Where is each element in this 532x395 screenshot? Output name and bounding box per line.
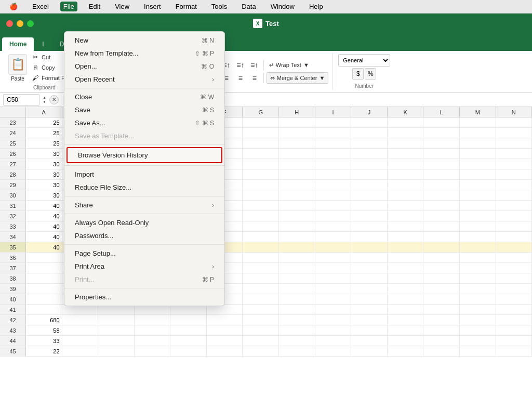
cell[interactable]: [388, 201, 424, 210]
cell[interactable]: [243, 263, 279, 273]
minimize-button[interactable]: [17, 20, 23, 27]
cell-col-a[interactable]: [26, 263, 62, 273]
cell[interactable]: [388, 284, 424, 294]
cell-col-a[interactable]: 30: [26, 169, 62, 179]
menu-item-close[interactable]: Close⌘ W: [64, 90, 224, 103]
cell[interactable]: [496, 221, 532, 231]
cell[interactable]: [315, 232, 352, 242]
menu-item-passwords---[interactable]: Passwords...: [64, 229, 224, 242]
cell-col-a[interactable]: 22: [26, 346, 62, 356]
menu-item-open---[interactable]: Open...⌘ O: [64, 60, 224, 73]
cell[interactable]: [243, 284, 279, 294]
cell[interactable]: [423, 117, 460, 127]
cell-arrow-down[interactable]: ▼: [43, 100, 46, 103]
cell[interactable]: [351, 169, 388, 179]
cell[interactable]: [315, 221, 352, 231]
cell[interactable]: [279, 305, 315, 314]
menu-item-save[interactable]: Save⌘ S: [64, 103, 224, 116]
align-top-center-button[interactable]: ≡↑: [234, 59, 247, 71]
cell[interactable]: [496, 211, 532, 221]
cell[interactable]: [62, 315, 99, 325]
data-menu-item[interactable]: Data: [238, 2, 259, 11]
cell[interactable]: [388, 128, 424, 138]
cell[interactable]: [243, 346, 279, 356]
cell[interactable]: [460, 149, 496, 159]
cell-col-a[interactable]: [26, 284, 62, 294]
cell[interactable]: [98, 325, 135, 335]
cell[interactable]: [460, 315, 496, 325]
cell[interactable]: [423, 211, 460, 221]
cell[interactable]: [279, 242, 315, 252]
cell[interactable]: [423, 149, 460, 159]
cell[interactable]: [496, 180, 532, 190]
cell[interactable]: [351, 336, 388, 346]
cell[interactable]: [351, 211, 388, 221]
cell-col-a[interactable]: 40: [26, 242, 62, 252]
cell[interactable]: [460, 232, 496, 242]
cell[interactable]: [423, 284, 460, 294]
cell[interactable]: [460, 242, 496, 252]
menu-item-share[interactable]: Share›: [64, 199, 224, 212]
cell[interactable]: [496, 128, 532, 138]
cell[interactable]: [315, 294, 352, 304]
cancel-formula-button[interactable]: ✕: [49, 95, 59, 104]
cell[interactable]: [135, 336, 171, 346]
cell[interactable]: [351, 273, 388, 283]
cell[interactable]: [135, 346, 171, 356]
cell[interactable]: [496, 253, 532, 262]
cell[interactable]: [423, 221, 460, 231]
cell[interactable]: [423, 253, 460, 262]
cell[interactable]: [423, 138, 460, 148]
window-menu-item[interactable]: Window: [268, 2, 298, 11]
cell[interactable]: [423, 201, 460, 210]
cell[interactable]: [315, 273, 352, 283]
cell[interactable]: [243, 190, 279, 200]
cell[interactable]: [388, 294, 424, 304]
cell[interactable]: [98, 346, 135, 356]
cell[interactable]: [315, 190, 352, 200]
cell[interactable]: [98, 315, 135, 325]
paste-button[interactable]: 📋 Paste: [8, 54, 27, 82]
cell[interactable]: [351, 190, 388, 200]
align-top-right-button[interactable]: ≡↑: [248, 59, 261, 71]
help-menu-item[interactable]: Help: [306, 2, 326, 11]
menu-item-page-setup---[interactable]: Page Setup...: [64, 247, 224, 260]
cell[interactable]: [351, 315, 388, 325]
cell[interactable]: [279, 117, 315, 127]
cell[interactable]: [315, 325, 352, 335]
cell[interactable]: [460, 169, 496, 179]
cell[interactable]: [351, 294, 388, 304]
cell[interactable]: [496, 263, 532, 273]
cell-col-a[interactable]: [26, 253, 62, 262]
cell[interactable]: [279, 180, 315, 190]
cell[interactable]: [315, 253, 352, 262]
menu-item-import[interactable]: Import: [64, 168, 224, 181]
cell[interactable]: [388, 221, 424, 231]
cell[interactable]: [279, 159, 315, 169]
merge-center-button[interactable]: ⇔ Merge & Center ▼: [267, 72, 329, 84]
tools-menu-item[interactable]: Tools: [208, 2, 230, 11]
cell[interactable]: [388, 232, 424, 242]
cell[interactable]: [170, 336, 207, 346]
cell-col-a[interactable]: [26, 273, 62, 283]
menu-item-new-from-template---[interactable]: New from Template...⇧ ⌘ P: [64, 47, 224, 60]
cell[interactable]: [496, 336, 532, 346]
menu-item-properties---[interactable]: Properties...: [64, 291, 224, 304]
cell[interactable]: [243, 325, 279, 335]
cell-col-a[interactable]: 30: [26, 149, 62, 159]
cell[interactable]: [496, 201, 532, 210]
table-row[interactable]: 42680: [0, 315, 532, 325]
cell[interactable]: [496, 169, 532, 179]
cell[interactable]: [460, 336, 496, 346]
percent-button[interactable]: %: [365, 68, 376, 80]
cell[interactable]: [243, 221, 279, 231]
cell-col-a[interactable]: 30: [26, 180, 62, 190]
cell[interactable]: [243, 149, 279, 159]
cell[interactable]: [279, 294, 315, 304]
apple-menu[interactable]: 🍎: [6, 2, 21, 11]
cell[interactable]: [279, 325, 315, 335]
cell[interactable]: [315, 263, 352, 273]
cell[interactable]: [351, 128, 388, 138]
cell[interactable]: [351, 180, 388, 190]
cell[interactable]: [315, 138, 352, 148]
